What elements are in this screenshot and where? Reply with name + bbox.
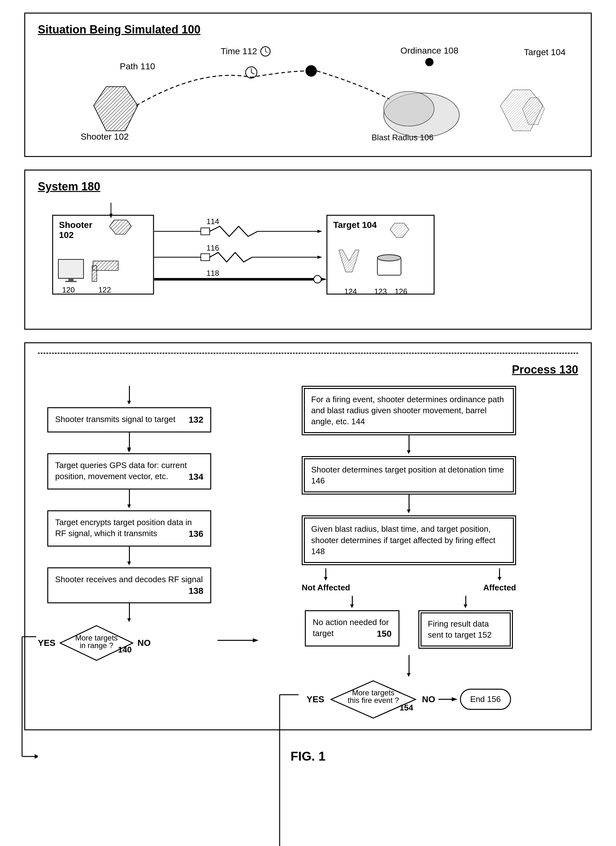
situation-diagram: Path 110 Time 112 Ordinance 108 Target 1… (38, 43, 578, 143)
affected-arrow-down: ▼ (499, 568, 500, 578)
branches-row: ▼ No action needed for target 150 ▼ (302, 596, 516, 649)
svg-marker-34 (318, 230, 322, 233)
process-container: Process 130 ▼ Shooter transmits signal t… (24, 342, 592, 730)
yes-side: YES (38, 638, 56, 648)
affected-labels-row: ▼ Not Affected ▼ Affected (302, 568, 516, 593)
box-144-number: 144 (351, 417, 365, 426)
svg-rect-23 (58, 259, 84, 278)
svg-text:126: 126 (395, 287, 407, 296)
no-arrow-svg (218, 640, 259, 641)
end-oval-text: End (470, 695, 487, 704)
affected-side: ▼ Affected (483, 568, 516, 593)
svg-text:154: 154 (400, 703, 413, 712)
svg-text:Target 104: Target 104 (333, 220, 377, 230)
svg-marker-39 (318, 256, 322, 259)
arrow-132-134: ▼ (129, 432, 130, 448)
box-132-number: 132 (188, 414, 203, 426)
flow-box-132: Shooter transmits signal to target 132 (47, 407, 211, 432)
not-affected-side: ▼ Not Affected (302, 568, 350, 593)
box-150-number: 150 (377, 628, 391, 640)
svg-text:this fire event ?: this fire event ? (347, 696, 399, 705)
flow-box-150: No action needed for target 150 (305, 610, 400, 646)
svg-marker-4 (94, 87, 138, 131)
svg-rect-24 (68, 278, 74, 281)
end-oval: End 156 (460, 689, 511, 710)
not-affected-branch: ▼ No action needed for target 150 (302, 596, 403, 649)
arrow-144-146: ▼ (409, 435, 410, 451)
system-diagram-area: Shooter 102 120 122 114 116 (38, 203, 578, 316)
box-138-text: Shooter receives and decodes RF signal (55, 574, 203, 584)
box-134-number: 134 (188, 471, 203, 483)
flow-box-136: Target encrypts target position data in … (47, 510, 211, 546)
end-oval-number: 156 (487, 695, 501, 704)
svg-marker-62 (35, 754, 38, 759)
diamond-154: More targets this fire event ? 154 (329, 679, 418, 720)
svg-text:122: 122 (99, 286, 111, 294)
svg-rect-31 (201, 228, 210, 235)
flow-box-152: Firing result data sent to target 152 (418, 610, 513, 649)
diamond-154-row: YES More targets this fire event ? 154 N… (302, 679, 516, 720)
affected-branch: ▼ Firing result data sent to target 152 (415, 596, 516, 649)
box-136-number: 136 (188, 528, 203, 540)
diamond-140: More targets in range ? 140 (59, 624, 134, 662)
box-132-text: Shooter transmits signal to target (55, 414, 176, 424)
system-title: System 180 (38, 180, 578, 193)
arrow-to-152: ▼ (465, 596, 466, 605)
svg-text:More targets: More targets (75, 633, 118, 642)
situation-svg: Shooter 102 Blast Radius 106 (38, 43, 578, 143)
dashed-separator (38, 353, 578, 354)
diamond-140-wrapper: YES More targets in range ? 140 NO (38, 624, 221, 662)
yes-154-loop (276, 692, 302, 846)
box-146-number: 146 (311, 476, 325, 485)
arrow-134-136: ▼ (129, 489, 130, 505)
box-148-text: Given blast radius, blast time, and targ… (311, 524, 495, 545)
svg-rect-25 (65, 281, 76, 282)
not-affected-label: Not Affected (302, 583, 350, 593)
svg-text:102: 102 (59, 230, 74, 240)
situation-box: Situation Being Simulated 100 Path 110 T… (24, 13, 592, 157)
box-152-number: 152 (478, 630, 491, 640)
flow-box-138: Shooter receives and decodes RF signal 1… (47, 567, 211, 604)
svg-text:Shooter 102: Shooter 102 (81, 132, 129, 141)
box-148-number: 148 (311, 546, 325, 556)
svg-text:More targets: More targets (352, 688, 394, 697)
no-140-arrow (218, 640, 259, 641)
arrow-146-148: ▼ (409, 495, 410, 510)
box-134-text: Target queries GPS data for: current pos… (55, 461, 187, 481)
flow-box-146: Shooter determines target position at de… (302, 456, 516, 495)
yes-loop-svg (19, 633, 38, 759)
system-svg: Shooter 102 120 122 114 116 (38, 203, 578, 316)
box-144-text: For a firing event, shooter determines o… (311, 395, 504, 426)
flow-right-column: For a firing event, shooter determines o… (240, 386, 578, 720)
yes-154-loop-svg (276, 692, 302, 846)
diamond-154-wrapper: YES More targets this fire event ? 154 N… (302, 679, 516, 720)
arrow-to-end (438, 699, 457, 700)
svg-marker-70 (452, 697, 457, 701)
svg-point-48 (377, 255, 401, 261)
situation-title: Situation Being Simulated 100 (38, 23, 578, 36)
arrow-merge-down: ▼ (409, 655, 410, 674)
arrow-136-138: ▼ (129, 546, 130, 562)
svg-point-13 (384, 91, 434, 126)
svg-text:in range ?: in range ? (80, 641, 113, 650)
svg-text:120: 120 (62, 286, 75, 294)
no-154-label: NO (422, 695, 435, 705)
flow-left-column: ▼ Shooter transmits signal to target 132… (38, 386, 221, 720)
affected-label: Affected (483, 583, 516, 593)
svg-text:140: 140 (118, 645, 131, 654)
svg-text:Shooter: Shooter (59, 220, 93, 230)
svg-text:123: 123 (374, 287, 387, 296)
arrow-entry-left: ▼ (129, 386, 130, 402)
yes-140-label: YES (38, 638, 56, 648)
svg-rect-36 (201, 254, 210, 261)
svg-line-10 (251, 72, 254, 74)
diamond-140-row: YES More targets in range ? 140 NO (38, 624, 221, 662)
not-affected-arrow-down: ▼ (325, 568, 326, 578)
box-138-number: 138 (188, 585, 203, 597)
system-box: System 180 Shooter 102 (24, 170, 592, 330)
arrow-138-140: ▼ (129, 603, 130, 619)
flowchart-area: ▼ Shooter transmits signal to target 132… (38, 386, 578, 720)
svg-marker-43 (321, 278, 327, 281)
yes-loop-left (19, 633, 38, 759)
box-146-text: Shooter determines target position at de… (311, 465, 504, 474)
